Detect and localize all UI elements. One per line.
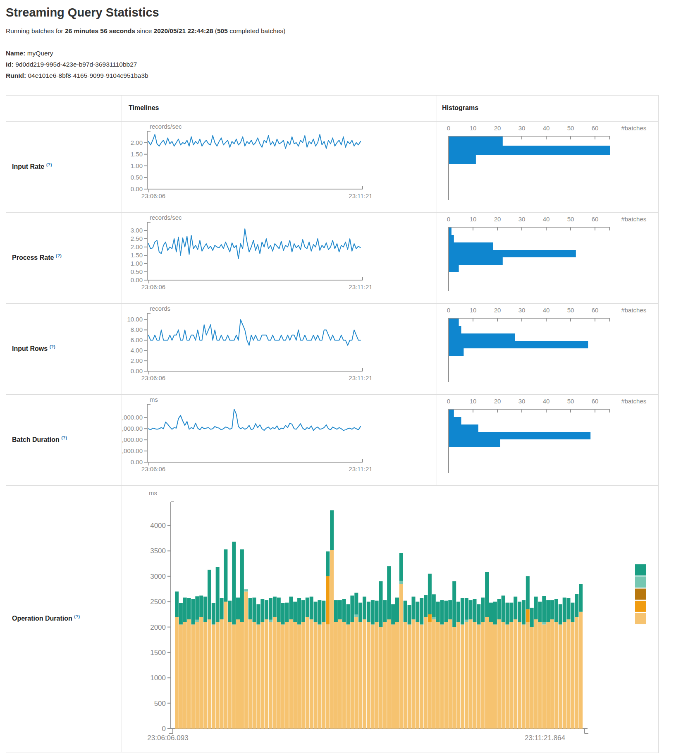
histogram-x-tick: 30 [518,216,526,223]
batch-duration-histogram-chart: 0102030405060#batches [437,395,658,484]
process-rate-help-icon[interactable]: (?) [56,253,62,258]
divider [6,121,658,122]
timeline-axes [144,222,363,283]
timeline-axes [144,131,363,192]
series-tan-segment [526,622,530,729]
operation-duration-help-icon[interactable]: (?) [74,614,80,619]
series-tan-segment [285,622,289,729]
series-green-segment [203,597,207,622]
series-tan-segment [191,624,195,729]
stacked-y-tick: 3500 [150,547,166,555]
series-green-segment [530,608,534,627]
process-rate-timeline-chart: records/sec3.002.502.001.501.000.500.002… [122,213,436,302]
series-tan-segment [326,624,330,729]
timeline-axes [144,313,363,374]
input-rows-timeline-chart: records10.008.006.004.002.000.0023:06:06… [122,304,436,393]
input-rate-help-icon[interactable]: (?) [46,162,52,167]
series-green-segment [485,572,489,617]
series-green-segment [575,594,578,617]
series-tan-segment [310,619,313,729]
timeline-y-tick: 6.00 [131,336,143,343]
timeline-x-start-label: 23:06:06 [141,374,165,381]
timeline-y-tick: 1.00 [131,162,143,169]
series-tan-segment [465,622,468,729]
input-rows-histogram-chart: 0102030405060#batches [437,304,658,393]
series-tan-segment [318,624,321,729]
series-tan-segment [461,624,464,729]
series-green-segment [289,597,293,619]
series-tan-segment [383,622,387,729]
series-tan-segment [273,617,277,729]
series-tan-segment [448,619,452,729]
series-light-teal-segment [399,581,403,584]
histogram-x-tick: 30 [518,307,526,314]
series-green-segment [497,599,501,619]
series-tan-segment [371,624,375,729]
series-tan-segment [179,624,183,729]
series-tan-segment [559,624,562,729]
timeline-unit-label: records/sec [150,214,182,221]
divider [6,394,658,395]
histogram-bar [449,319,459,326]
series-green-segment [456,602,460,622]
series-tan-segment [277,622,281,729]
series-tan-segment [436,622,440,729]
series-tan-segment [579,612,583,729]
histogram-bars [449,319,588,356]
series-green-segment [232,542,236,624]
series-tan-segment [183,622,187,729]
series-green-segment [550,600,554,620]
series-green-segment [306,597,309,617]
divider [6,485,658,486]
series-green-segment [281,603,285,625]
histogram-bar [449,341,588,348]
batch-duration-timeline-chart: ms4,000.003,000.002,000.001,000.000.0023… [122,395,436,484]
histogram-x-tick: 40 [543,125,550,132]
histogram-bar [449,228,452,235]
series-tan-segment [236,619,240,729]
histogram-batches-label: #batches [621,307,646,314]
histogram-x-tick: 0 [447,125,450,132]
legend-swatch-4 [635,613,646,624]
series-green-segment [542,596,546,622]
series-green-segment [371,600,375,625]
column-header-histograms: Histograms [442,104,478,112]
series-green-segment [236,597,240,619]
series-green-segment [379,581,383,627]
series-green-segment [440,600,444,625]
series-green-segment [326,552,330,576]
timeline-y-tick: 2.50 [131,235,143,242]
timeline-y-tick: 0.00 [131,185,143,192]
series-tan-segment [554,622,558,729]
series-green-segment [310,597,313,619]
series-green-segment [224,549,227,602]
series-green-segment [465,598,468,620]
histogram-x-tick: 20 [494,125,501,132]
series-tan-segment [203,622,207,729]
series-tan-segment [358,622,362,729]
series-green-segment [220,598,224,620]
divider [6,303,658,304]
timeline-unit-label: records/sec [150,123,182,130]
histogram-bar [449,257,503,265]
series-green-segment [367,602,370,622]
summary-paren: ( [213,27,217,34]
series-green-segment [350,596,354,622]
series-green-segment [546,600,550,622]
histogram-bar [449,439,500,447]
series-green-segment [432,594,436,617]
series-tan-segment [567,619,571,729]
batch-duration-help-icon[interactable]: (?) [61,435,67,440]
series-tan-segment [293,622,297,729]
summary-suffix: completed batches) [228,27,286,34]
divider [437,96,437,485]
series-tan-segment [289,619,293,729]
histogram-x-tick: 20 [494,216,501,223]
series-tan-segment [220,619,224,729]
series-green-segment [473,599,477,622]
series-tan-segment [395,622,399,729]
input-rate-timeline-chart: records/sec2.001.501.000.500.0023:06:062… [122,122,436,211]
input-rows-label: Input Rows [12,345,48,352]
series-green-segment [179,603,183,625]
input-rows-help-icon[interactable]: (?) [50,344,55,349]
